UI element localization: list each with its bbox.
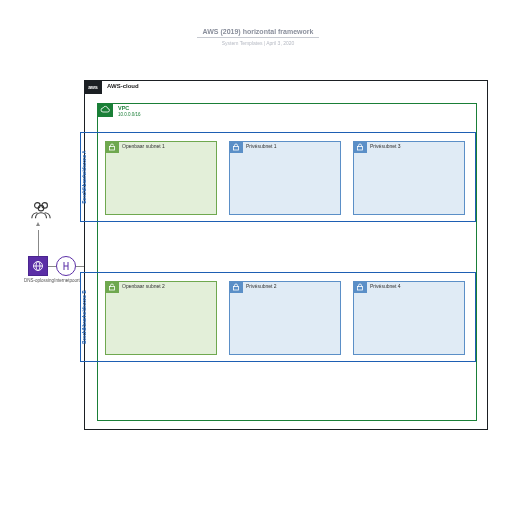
lock-open-icon (108, 283, 116, 292)
lock-open-icon (108, 143, 116, 152)
subnet-icon-tab (353, 141, 367, 153)
diagram-title: AWS (2019) horizontal framework (197, 28, 320, 38)
svg-rect-6 (234, 146, 239, 150)
lock-icon (356, 143, 364, 152)
diagram-header: AWS (2019) horizontal framework System T… (0, 0, 516, 46)
vpc-container: VPC 10.0.0.0/16 Beschikbaarheidszone A O… (97, 103, 477, 421)
aws-logo-text: aws (88, 84, 97, 90)
private-subnet-4: Privésubnet 4 (353, 281, 465, 355)
az-a-label: Beschikbaarheidszone A (82, 132, 87, 222)
lock-icon (232, 143, 240, 152)
svg-rect-9 (234, 286, 239, 290)
igw-label: Internetpoort (50, 278, 84, 283)
private-subnet-1: Privésubnet 1 (229, 141, 341, 215)
subnet-label: Privésubnet 4 (370, 283, 401, 289)
vpc-label: VPC (118, 105, 129, 111)
internet-gateway-node (56, 256, 76, 276)
lock-icon (356, 283, 364, 292)
subnet-label: Openbaar subnet 1 (122, 143, 165, 149)
dns-resolver-node (28, 256, 48, 276)
subnet-icon-tab (105, 281, 119, 293)
subnet-label: Openbaar subnet 2 (122, 283, 165, 289)
connector (38, 230, 39, 256)
users-actor (28, 200, 54, 221)
connector (76, 266, 84, 267)
subnet-label: Privésubnet 3 (370, 143, 401, 149)
diagram-subtitle: System Templates | April 3, 2020 (0, 40, 516, 46)
connector (48, 266, 56, 267)
svg-rect-5 (110, 146, 115, 150)
dns-icon (32, 260, 44, 273)
users-icon (30, 215, 52, 221)
arrowhead-icon (36, 222, 40, 226)
private-subnet-2: Privésubnet 2 (229, 281, 341, 355)
svg-rect-8 (110, 286, 115, 290)
svg-rect-7 (358, 146, 363, 150)
aws-cloud-label: AWS-cloud (107, 83, 139, 89)
vpc-cloud-icon (100, 105, 110, 116)
az-b-label: Beschikbaarheidszone B (82, 272, 87, 362)
public-subnet-1: Openbaar subnet 1 (105, 141, 217, 215)
diagram-canvas: DNS-oplossing Internetpoort aws AWS-clou… (28, 80, 488, 430)
availability-zone-b: Beschikbaarheidszone B Openbaar subnet 2… (80, 272, 476, 362)
availability-zone-a: Beschikbaarheidszone A Openbaar subnet 1… (80, 132, 476, 222)
subnet-icon-tab (353, 281, 367, 293)
vpc-icon-tab (97, 103, 113, 117)
subnet-label: Privésubnet 1 (246, 143, 277, 149)
subnet-icon-tab (105, 141, 119, 153)
gateway-icon (61, 261, 71, 272)
public-subnet-2: Openbaar subnet 2 (105, 281, 217, 355)
subnet-label: Privésubnet 2 (246, 283, 277, 289)
aws-cloud-container: aws AWS-cloud VPC 10.0.0.0/16 Beschikbaa… (84, 80, 488, 430)
aws-logo-tab: aws (84, 80, 102, 94)
subnet-icon-tab (229, 141, 243, 153)
svg-rect-10 (358, 286, 363, 290)
private-subnet-3: Privésubnet 3 (353, 141, 465, 215)
vpc-cidr: 10.0.0.0/16 (118, 112, 141, 117)
subnet-icon-tab (229, 281, 243, 293)
lock-icon (232, 283, 240, 292)
